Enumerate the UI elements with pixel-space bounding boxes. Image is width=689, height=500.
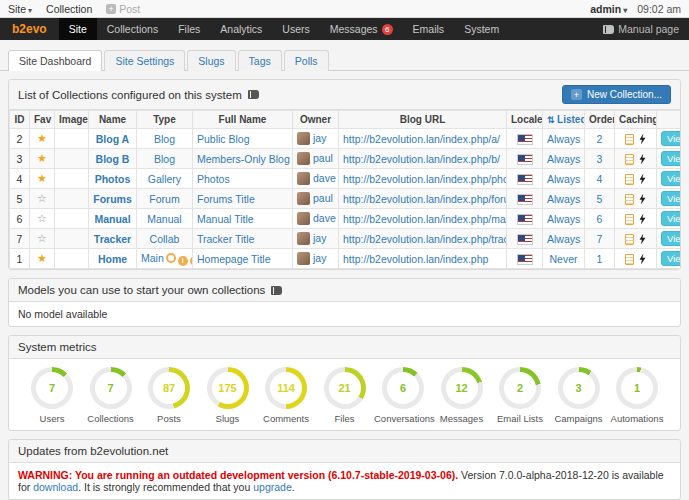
owner-link[interactable]: dave [313,212,336,224]
nav-item-analytics[interactable]: Analytics [210,18,272,40]
view-button[interactable]: View [661,251,681,266]
block-cache-bolt-icon[interactable] [639,174,646,185]
nav-item-messages[interactable]: Messages6 [320,18,403,40]
column-header-fav[interactable]: Fav [30,111,55,129]
collection-name-link[interactable]: Home [98,253,127,265]
page-cache-icon[interactable] [625,234,634,245]
page-cache-icon[interactable] [625,154,634,165]
nav-item-site[interactable]: Site [59,18,97,40]
blog-url-link[interactable]: http://b2evolution.lan/index.php/a/ [343,133,500,145]
view-button[interactable]: View [661,131,681,146]
b2evo-logo[interactable]: b2evo [0,18,59,40]
tab-site-dashboard[interactable]: Site Dashboard [8,50,102,71]
collection-full-name-link[interactable]: Homepage Title [197,253,271,265]
listed-link[interactable]: Always [547,153,580,165]
star-filled-icon[interactable]: ★ [37,252,47,264]
order-link[interactable]: 3 [597,153,603,165]
order-link[interactable]: 7 [597,233,603,245]
collection-type-link[interactable]: Manual [147,213,181,225]
nav-item-system[interactable]: System [454,18,509,40]
tab-slugs[interactable]: Slugs [187,50,235,71]
collection-name-link[interactable]: Blog A [96,133,129,145]
collection-name-link[interactable]: Forums [93,193,132,205]
block-cache-bolt-icon[interactable] [639,154,646,165]
column-header-locale[interactable]: Locale [507,111,543,129]
view-button[interactable]: View [661,211,681,226]
owner-link[interactable]: dave [313,172,336,184]
column-header-actions[interactable]: Actions [657,111,682,129]
listed-link[interactable]: Always [547,233,580,245]
order-link[interactable]: 4 [597,173,603,185]
collection-name-link[interactable]: Manual [94,213,130,225]
view-button[interactable]: View [661,231,681,246]
owner-link[interactable]: jay [313,232,326,244]
blog-url-link[interactable]: http://b2evolution.lan/index.php/manual/ [343,213,507,225]
order-link[interactable]: 2 [597,133,603,145]
blog-url-link[interactable]: http://b2evolution.lan/index.php/forums/ [343,193,507,205]
collection-name-link[interactable]: Blog B [96,153,130,165]
collection-full-name-link[interactable]: Manual Title [197,213,254,225]
order-link[interactable]: 1 [597,253,603,265]
tab-site-settings[interactable]: Site Settings [104,50,185,71]
column-header-order[interactable]: Order [585,111,615,129]
listed-link[interactable]: Always [547,193,580,205]
block-cache-bolt-icon[interactable] [639,194,646,205]
page-cache-icon[interactable] [625,214,634,225]
star-filled-icon[interactable]: ★ [37,152,47,164]
owner-link[interactable]: jay [313,252,326,264]
column-header-caching[interactable]: Caching [615,111,657,129]
collection-name-link[interactable]: Tracker [94,233,131,245]
collection-type-link[interactable]: Gallery [148,173,181,185]
star-empty-icon[interactable]: ☆ [37,232,47,244]
view-button[interactable]: View [661,151,681,166]
owner-link[interactable]: jay [313,132,326,144]
tab-tags[interactable]: Tags [238,50,282,71]
block-cache-bolt-icon[interactable] [639,254,646,265]
star-empty-icon[interactable]: ☆ [37,192,47,204]
block-cache-bolt-icon[interactable] [639,214,646,225]
star-empty-icon[interactable]: ☆ [37,212,47,224]
collection-type-link[interactable]: Main [141,252,164,264]
view-button[interactable]: View [661,171,681,186]
order-link[interactable]: 5 [597,193,603,205]
evobar-site-menu[interactable]: Site▾ [8,3,32,15]
owner-link[interactable]: paul [313,152,333,164]
owner-link[interactable]: paul [313,192,333,204]
collection-full-name-link[interactable]: Forums Title [197,193,255,205]
order-link[interactable]: 6 [597,213,603,225]
download-link[interactable]: download [33,481,78,493]
block-cache-bolt-icon[interactable] [639,234,646,245]
collection-full-name-link[interactable]: Public Blog [197,133,250,145]
collection-full-name-link[interactable]: Members-Only Blog [197,153,290,165]
listed-link[interactable]: Never [549,253,577,265]
column-header-listed[interactable]: ⇅ Listed [543,111,585,129]
collection-name-link[interactable]: Photos [95,173,131,185]
column-header-owner[interactable]: Owner [293,111,339,129]
column-header-name[interactable]: Name [89,111,137,129]
nav-item-collections[interactable]: Collections [97,18,168,40]
star-filled-icon[interactable]: ★ [37,172,47,184]
page-cache-icon[interactable] [625,254,634,265]
block-cache-bolt-icon[interactable] [639,134,646,145]
collection-type-link[interactable]: Collab [150,233,180,245]
page-cache-icon[interactable] [625,194,634,205]
collection-type-link[interactable]: Forum [149,193,179,205]
column-header-blog-url[interactable]: Blog URL [339,111,507,129]
nav-item-emails[interactable]: Emails [403,18,455,40]
listed-link[interactable]: Always [547,213,580,225]
column-header-full-name[interactable]: Full Name [193,111,293,129]
column-header-type[interactable]: Type [137,111,193,129]
upgrade-link[interactable]: upgrade [253,481,292,493]
evobar-collection-menu[interactable]: Collection [46,3,92,15]
new-collection-button[interactable]: + New Collection... [562,85,671,104]
tab-polls[interactable]: Polls [284,50,329,71]
collection-type-link[interactable]: Blog [154,153,175,165]
nav-item-files[interactable]: Files [168,18,210,40]
star-filled-icon[interactable]: ★ [37,132,47,144]
column-header-image[interactable]: Image [55,111,89,129]
nav-item-users[interactable]: Users [272,18,319,40]
column-header-id[interactable]: ID [10,111,30,129]
collection-full-name-link[interactable]: Photos [197,173,230,185]
blog-url-link[interactable]: http://b2evolution.lan/index.php/b/ [343,153,500,165]
collection-full-name-link[interactable]: Tracker Title [197,233,254,245]
